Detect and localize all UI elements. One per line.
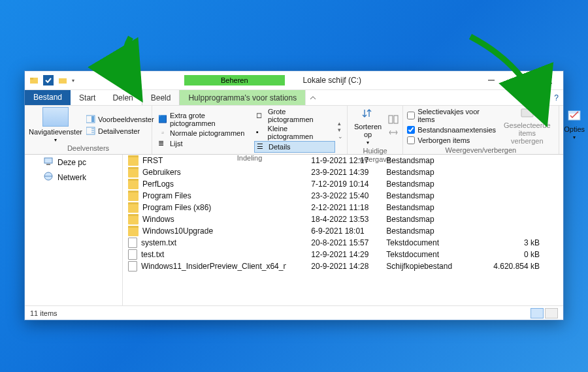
- file-date: 7-12-2019 10:14: [306, 178, 381, 190]
- bestandsnaamextensies-checkbox[interactable]: Bestandsnaamextensies: [407, 125, 496, 134]
- explorer-window: ▾ Beheren Lokale schijf (C:) Bestand Sta…: [24, 70, 564, 320]
- file-size: 0 kB: [479, 249, 563, 260]
- chevron-down-icon[interactable]: ▾: [367, 140, 369, 146]
- file-name: Program Files: [142, 191, 191, 200]
- opties-button[interactable]: Opties ▾: [561, 110, 587, 140]
- close-button[interactable]: [534, 71, 563, 89]
- table-row[interactable]: Windows18-4-2022 13:53Bestandsmap: [123, 213, 563, 225]
- detailvenster-button[interactable]: Detailvenster: [86, 126, 154, 136]
- svg-rect-15: [521, 109, 533, 117]
- navigatievenster-label: Navigatievenster: [29, 128, 82, 136]
- svg-rect-2: [59, 78, 67, 84]
- selectievakjes-checkbox[interactable]: Selectievakjes voor items: [407, 107, 496, 124]
- layout-expand-icon[interactable]: ⌄: [338, 133, 343, 140]
- file-date: 20-8-2021 15:57: [306, 237, 381, 249]
- folder-icon: [128, 191, 139, 201]
- folder-icon: [128, 214, 139, 225]
- file-date: 18-4-2022 13:53: [306, 213, 381, 225]
- ribbon: Navigatievenster ▾ Voorbeeldvenster Deta…: [25, 105, 563, 155]
- file-type: Bestandsmap: [381, 213, 479, 225]
- tab-beeld[interactable]: Beeld: [142, 90, 180, 105]
- help-icon[interactable]: ?: [549, 90, 563, 105]
- qat-properties-icon[interactable]: [43, 75, 54, 85]
- file-size: [479, 166, 563, 178]
- window-title: Lokale schijf (C:): [303, 76, 361, 85]
- geselecteerde-items-verbergen-button[interactable]: Geselecteerde items verbergen: [500, 107, 555, 145]
- nav-deze-pc[interactable]: Deze pc: [29, 155, 118, 170]
- file-icon: [128, 249, 137, 260]
- layout-scroll-down-icon[interactable]: ▾: [338, 127, 343, 133]
- file-type: Tekstdocument: [381, 237, 479, 249]
- file-type: Bestandsmap: [381, 155, 479, 166]
- file-size: [479, 155, 563, 166]
- table-row[interactable]: Program Files (x86)2-12-2021 11:18Bestan…: [123, 202, 563, 213]
- view-details-button[interactable]: [531, 308, 544, 318]
- table-row[interactable]: Gebruikers23-9-2021 14:39Bestandsmap: [123, 166, 563, 178]
- details-pane-icon: [86, 127, 95, 136]
- view-large-button[interactable]: [545, 308, 558, 318]
- file-name: system.txt: [141, 238, 176, 247]
- add-column-icon[interactable]: [388, 115, 399, 125]
- status-bar: 11 items: [25, 305, 563, 320]
- size-columns-icon[interactable]: [388, 128, 399, 138]
- layout-normale[interactable]: ▫️Normale pictogrammen: [156, 128, 254, 138]
- tab-delen[interactable]: Delen: [104, 90, 141, 105]
- layout-grote[interactable]: ◻Grote pictogrammen: [254, 107, 335, 124]
- file-size: [479, 178, 563, 190]
- sorteren-op-button[interactable]: Sorteren op ▾: [351, 107, 384, 146]
- list-icon: ≣: [158, 139, 167, 148]
- title-bar: ▾ Beheren Lokale schijf (C:): [25, 71, 563, 89]
- layout-lijst[interactable]: ≣Lijst: [156, 138, 254, 149]
- minimize-button[interactable]: [477, 71, 506, 89]
- network-icon: [43, 171, 54, 183]
- file-name: FRST: [142, 156, 163, 165]
- qat-folder-icon[interactable]: [57, 75, 68, 85]
- large-icons-icon: ◻: [256, 111, 265, 120]
- nav-netwerk[interactable]: Netwerk: [29, 170, 118, 185]
- folder-icon: [128, 155, 139, 166]
- maximize-button[interactable]: [506, 71, 534, 89]
- file-date: 23-9-2021 14:39: [306, 166, 381, 178]
- table-row[interactable]: Windows10Upgrade6-9-2021 18:01Bestandsma…: [123, 225, 563, 237]
- table-row[interactable]: Program Files23-3-2022 15:40Bestandsmap: [123, 190, 563, 202]
- explorer-icon: [29, 75, 39, 85]
- table-row[interactable]: system.txt20-8-2021 15:57Tekstdocument3 …: [123, 237, 563, 249]
- tab-start[interactable]: Start: [71, 90, 104, 105]
- extra-large-icons-icon: 🟦: [158, 115, 167, 124]
- layout-kleine[interactable]: ▪Kleine pictogrammen: [254, 124, 335, 141]
- tab-hulpprogrammas[interactable]: Hulpprogramma's voor stations: [180, 90, 305, 105]
- small-icons-icon: ▪: [256, 128, 265, 137]
- details-icon: ☰: [257, 142, 266, 151]
- verborgen-items-checkbox[interactable]: Verborgen items: [407, 136, 496, 145]
- table-row[interactable]: test.txt12-9-2021 14:29Tekstdocument0 kB: [123, 249, 563, 260]
- file-name: Gebruikers: [142, 168, 181, 177]
- hide-items-icon: [520, 107, 534, 120]
- sort-icon: [361, 107, 374, 121]
- table-row[interactable]: PerfLogs7-12-2019 10:14Bestandsmap: [123, 178, 563, 190]
- file-size: 3 kB: [479, 237, 563, 249]
- file-size: [479, 213, 563, 225]
- navigatievenster-icon[interactable]: [42, 107, 69, 127]
- layout-extra-grote[interactable]: 🟦Extra grote pictogrammen: [156, 111, 254, 128]
- tab-bestand[interactable]: Bestand: [25, 90, 71, 105]
- table-row[interactable]: Windows11_InsiderPreview_Client_x64_nl-n…: [123, 260, 563, 272]
- chevron-down-icon[interactable]: ▾: [54, 137, 57, 143]
- navigation-pane[interactable]: Deze pc Netwerk: [25, 155, 123, 305]
- collapse-ribbon-icon[interactable]: [305, 90, 319, 105]
- file-list[interactable]: FRST11-9-2021 12:17BestandsmapGebruikers…: [123, 155, 563, 305]
- item-count: 11 items: [30, 309, 57, 317]
- layout-scroll-up-icon[interactable]: ▴: [338, 120, 343, 127]
- voorbeeldvenster-button[interactable]: Voorbeeldvenster: [86, 114, 154, 125]
- file-type: Bestandsmap: [381, 225, 479, 237]
- chevron-down-icon[interactable]: ▾: [573, 134, 576, 140]
- qat-dropdown-icon[interactable]: ▾: [72, 78, 74, 84]
- svg-rect-18: [44, 158, 52, 163]
- table-row[interactable]: FRST11-9-2021 12:17Bestandsmap: [123, 155, 563, 166]
- context-tab-beheren[interactable]: Beheren: [184, 75, 285, 85]
- preview-pane-icon: [86, 115, 95, 124]
- file-name: Program Files (x86): [142, 203, 211, 212]
- layout-details[interactable]: ☰Details: [254, 141, 335, 153]
- file-date: 20-9-2021 14:28: [306, 260, 381, 272]
- file-icon: [128, 238, 137, 248]
- svg-rect-19: [46, 164, 50, 165]
